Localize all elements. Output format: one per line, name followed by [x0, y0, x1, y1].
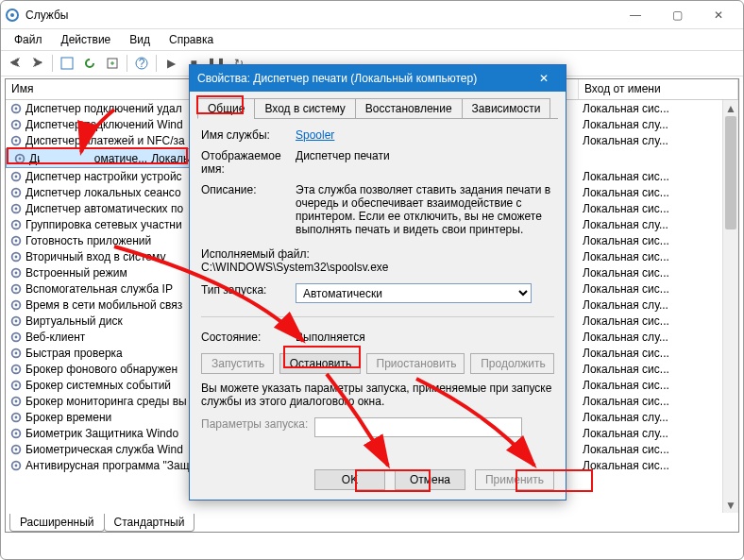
service-name: Вторичный вход в систему: [25, 250, 165, 263]
start-button[interactable]: Запустить: [201, 353, 274, 374]
app-icon: [5, 8, 20, 23]
label-startup: Тип запуска:: [201, 283, 296, 297]
back-icon[interactable]: ⮜: [5, 53, 25, 74]
service-logon: Локальная сис...: [579, 314, 669, 328]
params-input[interactable]: [314, 417, 522, 437]
service-logon: Локальная слу...: [579, 218, 668, 231]
label-svcname: Имя службы:: [201, 128, 296, 142]
service-name: Брокер времени: [25, 411, 111, 424]
tab-logon[interactable]: Вход в систему: [254, 98, 355, 119]
gear-icon: [9, 134, 23, 147]
label-display: Отображаемое имя:: [201, 149, 296, 176]
gear-icon: [9, 411, 23, 424]
titlebar: Службы — ▢ ✕: [1, 1, 743, 29]
scroll-down-icon[interactable]: ▼: [723, 497, 738, 513]
menu-view[interactable]: Вид: [122, 31, 158, 48]
bottom-tabs: Расширенный Стандартный: [6, 513, 194, 532]
dialog-titlebar[interactable]: Свойства: Диспетчер печати (Локальный ко…: [190, 65, 566, 92]
svg-point-37: [15, 351, 18, 354]
menubar: Файл Действие Вид Справка: [1, 29, 743, 50]
tab-general[interactable]: Общие: [197, 98, 255, 119]
gear-icon: [9, 459, 23, 472]
svg-point-11: [15, 139, 18, 142]
svg-rect-2: [61, 58, 73, 69]
service-name: Диспетчер подключений Wind: [25, 118, 183, 131]
svg-point-33: [15, 319, 18, 322]
svg-point-45: [15, 416, 18, 418]
menu-file[interactable]: Файл: [7, 31, 50, 48]
service-name: Брокер системных событий: [25, 379, 171, 392]
gear-icon: [9, 395, 23, 408]
forward-icon[interactable]: ⮞: [27, 53, 48, 74]
tab-recovery[interactable]: Восстановление: [355, 98, 463, 119]
help-icon[interactable]: ?: [131, 53, 152, 74]
service-control-row: Запустить Остановить Приостановить Продо…: [201, 353, 554, 374]
svg-point-19: [15, 207, 18, 210]
scroll-up-icon[interactable]: ▲: [723, 100, 738, 116]
menu-help[interactable]: Справка: [161, 31, 221, 48]
gear-icon: [9, 218, 23, 231]
service-name: Быстрая проверка: [25, 347, 123, 360]
service-logon: Локальная сис...: [579, 347, 669, 360]
export-icon[interactable]: [102, 53, 123, 74]
menu-action[interactable]: Действие: [54, 31, 119, 48]
gear-icon: [9, 282, 23, 296]
gear-icon: [9, 202, 23, 215]
service-name: Время в сети мобильной связ: [25, 298, 182, 312]
svg-point-9: [15, 123, 18, 126]
startup-select[interactable]: Автоматически: [296, 283, 532, 303]
gear-icon: [9, 347, 23, 360]
params-hint: Вы можете указать параметры запуска, при…: [201, 382, 554, 408]
svg-point-13: [19, 157, 22, 160]
service-logon: Локальная сис...: [579, 379, 669, 392]
col-name[interactable]: Имя: [6, 79, 193, 99]
dialog-footer: OK Отмена Применить: [314, 469, 554, 490]
svg-point-25: [15, 255, 18, 258]
svg-point-39: [15, 367, 18, 370]
label-params: Параметры запуска:: [201, 417, 314, 431]
stop-button[interactable]: Остановить: [279, 353, 361, 374]
gear-icon: [9, 118, 23, 131]
minimize-button[interactable]: —: [615, 2, 656, 28]
service-logon: Локальная слу...: [579, 411, 668, 424]
gear-icon: [9, 102, 23, 115]
service-logon: Локальная слу...: [579, 118, 668, 131]
tab-extended[interactable]: Расширенный: [9, 514, 105, 532]
gear-icon: [9, 363, 23, 376]
gear-icon: [9, 250, 23, 263]
gear-icon: [9, 427, 23, 440]
label-desc: Описание:: [201, 183, 296, 196]
service-name: Брокер мониторинга среды вы: [25, 395, 187, 408]
value-desc: Эта служба позволяет ставить задания печ…: [296, 183, 554, 240]
col-logon[interactable]: Вход от имени: [579, 79, 738, 99]
scroll-thumb[interactable]: [725, 116, 736, 229]
dialog-body: Имя службы: Spooler Отображаемое имя: Ди…: [197, 118, 558, 458]
tab-standard[interactable]: Стандартный: [104, 514, 195, 532]
window-controls: — ▢ ✕: [615, 2, 739, 28]
service-logon: Локальная сис...: [579, 395, 669, 408]
resume-button[interactable]: Продолжить: [470, 353, 554, 374]
refresh-icon[interactable]: [79, 53, 100, 74]
toolbar-icon[interactable]: [57, 53, 77, 74]
apply-button[interactable]: Применить: [475, 469, 554, 490]
service-logon: Локальная сис...: [579, 250, 669, 263]
close-button[interactable]: ✕: [698, 2, 739, 28]
service-startup: оматиче...: [91, 152, 147, 165]
start-icon[interactable]: ▶: [161, 53, 181, 74]
pause-button[interactable]: Приостановить: [366, 353, 465, 374]
gear-icon: [9, 234, 23, 247]
service-logon: Локальная сис...: [579, 186, 669, 199]
gear-icon: [9, 170, 23, 183]
service-name: Готовность приложений: [25, 234, 151, 247]
service-name: Диспетчер подключений удал: [25, 102, 182, 115]
tab-deps[interactable]: Зависимости: [462, 98, 551, 119]
dialog-close-icon[interactable]: ✕: [530, 72, 558, 85]
maximize-button[interactable]: ▢: [656, 2, 698, 28]
service-logon: Локальная слу...: [579, 331, 668, 344]
gear-icon: [9, 314, 23, 328]
cancel-button[interactable]: Отмена: [395, 469, 465, 490]
gear-icon: [9, 331, 23, 344]
scrollbar[interactable]: ▲ ▼: [722, 100, 738, 513]
ok-button[interactable]: OK: [314, 469, 385, 490]
service-name: Диспетчер локальных сеансо: [25, 186, 181, 199]
